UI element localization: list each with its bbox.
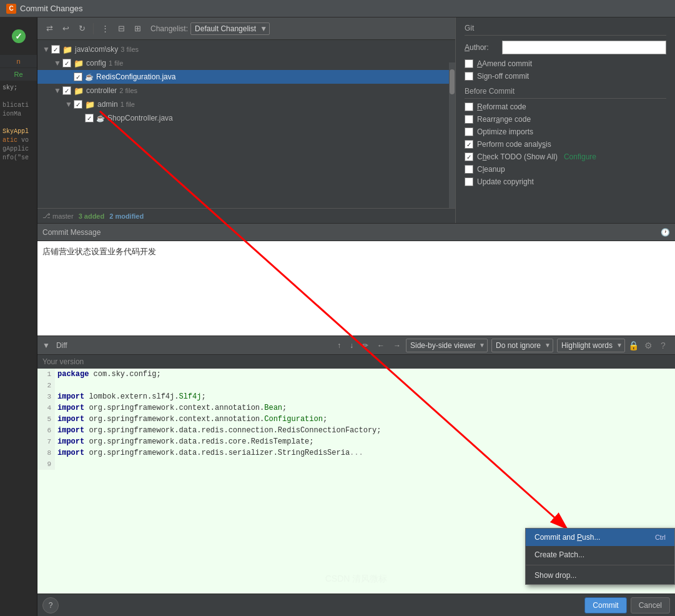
undo-btn[interactable]: ↩ — [59, 22, 72, 36]
rearrange-label: Rearrange code — [477, 115, 531, 124]
sidebar-tab-n[interactable]: n — [0, 55, 37, 68]
checkbox-controller[interactable] — [62, 86, 71, 95]
tree-item-label-redis: RedisConfiguration.java — [96, 72, 175, 81]
count-badge-controller: 2 files — [119, 87, 137, 94]
code-line-9: nfo("se — [2, 154, 34, 162]
tree-item-admin[interactable]: ▼ 📁 admin 1 file — [37, 97, 455, 111]
diff-up-btn[interactable]: ↑ — [333, 339, 345, 352]
viewer-select[interactable]: Side-by-side viewer — [406, 339, 488, 352]
reformat-checkbox[interactable] — [465, 102, 473, 111]
reformat-label: Reformat code — [477, 102, 526, 111]
count-badge-config: 1 file — [109, 59, 123, 67]
ignore-select[interactable]: Do not ignore — [491, 339, 553, 352]
amend-commit-checkbox[interactable] — [465, 59, 473, 68]
help-button[interactable]: ? — [42, 597, 59, 614]
analyze-row: Perform code analysis — [465, 140, 666, 149]
commit-push-shortcut: Ctrl — [655, 534, 666, 541]
git-section-title: Git — [465, 24, 666, 36]
ignore-select-wrapper: Do not ignore ▼ — [491, 339, 553, 352]
sync-btn[interactable]: ⇄ — [42, 22, 56, 36]
checkbox-shop[interactable] — [85, 114, 94, 122]
context-menu-divider — [526, 565, 674, 565]
commit-button[interactable]: Commit — [584, 597, 626, 614]
scrollbar-track[interactable] — [449, 62, 455, 208]
count-badge-admin: 1 file — [121, 101, 135, 108]
git-options-panel: Git Author: AAmend commit Si — [456, 17, 675, 223]
tree-item-controller[interactable]: ▼ 📁 controller 2 files — [37, 84, 455, 97]
collapse-btn[interactable]: ⊟ — [114, 22, 128, 36]
checkbox-admin[interactable] — [74, 100, 82, 109]
analyze-checkbox[interactable] — [465, 140, 473, 149]
rearrange-checkbox[interactable] — [465, 115, 473, 124]
expand-arrow-config: ▼ — [54, 59, 62, 67]
before-commit-title: Before Commit — [465, 87, 666, 99]
checkbox-config[interactable] — [62, 59, 71, 67]
configure-link[interactable]: Configure — [564, 152, 596, 161]
tree-item-label-admin: admin — [97, 100, 118, 109]
scrollbar-thumb[interactable] — [450, 69, 455, 94]
code-line-7: atic vo — [2, 136, 34, 145]
diff-forward-btn[interactable]: → — [390, 339, 405, 352]
author-input[interactable] — [502, 41, 666, 54]
highlight-select[interactable]: Highlight words — [557, 339, 625, 352]
check-icon[interactable]: ✓ — [12, 29, 26, 43]
separator-1 — [93, 23, 94, 34]
context-menu-commit-push[interactable]: Commit and Push... Ctrl — [526, 529, 674, 546]
line-num-2: 2 — [37, 380, 55, 391]
optimize-checkbox[interactable] — [465, 127, 473, 136]
modified-badge: 2 modified — [109, 212, 144, 220]
app-icon: C — [6, 4, 16, 14]
tree-item-root[interactable]: ▼ 📁 java\com\sky 3 files — [37, 42, 455, 56]
file-tree-area: ⇄ ↩ ↻ ⋮ ⊟ ⊞ Changelist: Default Changeli… — [37, 17, 456, 223]
settings-icon[interactable]: ⚙ — [641, 339, 655, 352]
refresh-btn[interactable]: ↻ — [75, 22, 89, 36]
help-diff-icon[interactable]: ? — [656, 339, 670, 352]
checkbox-redis[interactable] — [74, 72, 82, 81]
tree-item-shop[interactable]: ☕ ShopController.java — [37, 111, 455, 125]
diff-down-btn[interactable]: ↓ — [346, 339, 357, 352]
author-label-rest: uthor: — [470, 43, 489, 52]
history-icon[interactable]: 🕐 — [661, 228, 670, 237]
sidebar-tab-re[interactable]: Re — [0, 68, 37, 81]
expand-btn[interactable]: ⊞ — [131, 22, 144, 36]
commit-message-header: Commit Message 🕐 — [37, 224, 675, 241]
move-btn[interactable]: ⋮ — [98, 22, 112, 36]
collapse-diff-icon[interactable]: ▼ — [42, 341, 50, 350]
code-editor-preview: sky; blicati ionMa SkyAppl atic vo gAppl… — [0, 81, 37, 616]
highlight-select-wrapper: Highlight words ▼ — [557, 339, 625, 352]
dialog-title: Commit Changes — [20, 4, 82, 13]
branch-icon: ⎇ — [42, 212, 51, 220]
line-num-8: 8 — [37, 447, 55, 459]
changelist-label: Changelist: — [150, 24, 188, 33]
create-patch-label: Create Patch... — [535, 550, 584, 559]
tree-item-label-root: java\com\sky — [75, 45, 118, 54]
tree-item-redis[interactable]: ☕ RedisConfiguration.java — [37, 70, 455, 84]
folder-icon-admin: 📁 — [85, 100, 95, 109]
tree-item-config[interactable]: ▼ 📁 config 1 file — [37, 56, 455, 70]
commit-message-input[interactable]: 店铺营业状态设置业务代码开发 — [37, 241, 675, 335]
copyright-checkbox[interactable] — [465, 177, 473, 186]
added-badge: 3 added — [79, 212, 105, 220]
changelist-select[interactable]: Default Changelist — [190, 22, 270, 35]
changelist-wrapper: Default Changelist ▼ — [190, 22, 270, 35]
todo-checkbox[interactable] — [465, 152, 473, 161]
code-line-5 — [2, 119, 34, 127]
cancel-button[interactable]: Cancel — [631, 597, 670, 614]
dialog-container: ⇄ ↩ ↻ ⋮ ⊟ ⊞ Changelist: Default Changeli… — [37, 17, 675, 616]
context-menu-create-patch[interactable]: Create Patch... — [526, 546, 674, 564]
analyze-label: Perform code analysis — [477, 140, 551, 149]
cleanup-checkbox[interactable] — [465, 165, 473, 174]
todo-row: Check TODO (Show All) Configure — [465, 152, 666, 161]
diff-header: ▼ Diff ↑ ↓ ✏ ← → Side-by-side viewer ▼ D… — [37, 336, 675, 355]
lock-icon[interactable]: 🔒 — [626, 339, 640, 352]
diff-edit-btn[interactable]: ✏ — [358, 339, 372, 352]
sign-off-checkbox[interactable] — [465, 72, 473, 81]
folder-icon-controller: 📁 — [74, 86, 84, 96]
context-menu-show-drop[interactable]: Show drop... — [526, 567, 674, 584]
diff-line-8: 8 import org.springframework.data.redis.… — [37, 447, 675, 459]
count-badge-root: 3 files — [121, 46, 139, 53]
sign-off-label: Sign-off commit — [477, 72, 529, 81]
checkbox-root[interactable] — [51, 45, 60, 54]
diff-back-btn[interactable]: ← — [373, 339, 388, 352]
show-drop-label: Show drop... — [535, 571, 576, 580]
